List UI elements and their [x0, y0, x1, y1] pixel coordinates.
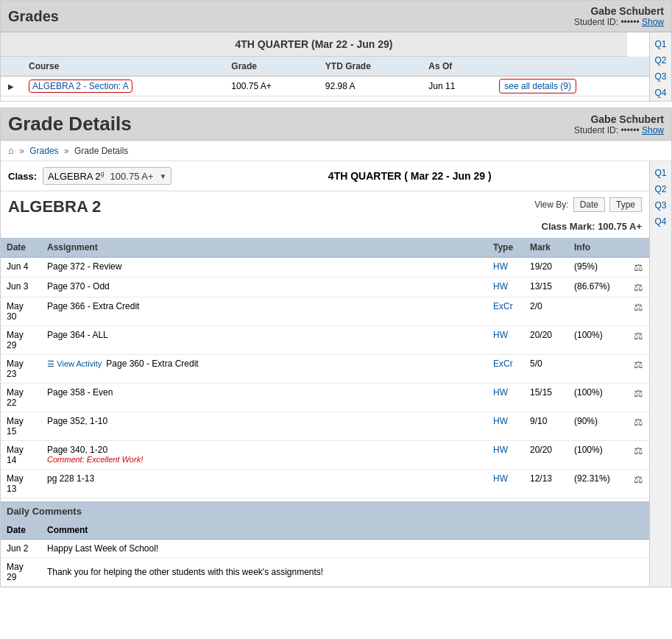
assignment-name: Page 366 - Extra Credit: [41, 297, 487, 326]
dc-comment: Thank you for helping the other students…: [41, 558, 649, 587]
table-row: Jun 3 Page 370 - Odd HW 13/15 (86.67%) ⚖: [1, 278, 649, 297]
assignment-type: HW: [487, 258, 524, 278]
class-grade-badge: 100.75 A+: [110, 171, 154, 182]
class-selector-bar: Class: ALGEBRA 2g 100.75 A+ ▼ 4TH QUARTE…: [1, 161, 649, 191]
assignment-mark: 19/20: [524, 258, 568, 278]
assignment-mark: 2/0: [524, 297, 568, 326]
grades-header: Grades Gabe Schubert Student ID: •••••• …: [1, 1, 671, 32]
assignment-scale-icon: ⚖: [627, 355, 649, 384]
assignment-name: Page 364 - ALL: [41, 326, 487, 355]
assignment-info: [568, 297, 627, 326]
course-link[interactable]: ALGEBRA 2 - Section: A: [29, 80, 132, 93]
assignment-mark: 20/20: [524, 441, 568, 470]
grades-main: 4TH QUARTER (Mar 22 - Jun 29) Course Gra…: [1, 32, 649, 101]
scale-icon: ⚖: [634, 473, 643, 485]
class-sup: g: [101, 170, 105, 177]
daily-comments-header: Daily Comments: [1, 501, 649, 521]
assignment-info: (100%): [568, 441, 627, 470]
assignment-info: (90%): [568, 412, 627, 441]
class-dropdown[interactable]: ALGEBRA 2g 100.75 A+ ▼: [43, 167, 171, 185]
assignment-name: ☰ View ActivityPage 360 - Extra Credit: [41, 355, 487, 384]
sidebar-q3-detail[interactable]: Q3: [654, 197, 666, 213]
assignment-date: May 15: [1, 412, 41, 441]
breadcrumb-sep-1: »: [19, 146, 24, 156]
sidebar-q1-detail[interactable]: Q1: [654, 165, 666, 181]
assignment-scale-icon: ⚖: [627, 384, 649, 412]
assignment-info: (92.31%): [568, 470, 627, 498]
daily-comments-table: Date Comment Jun 2 Happy Last Week of Sc…: [1, 521, 649, 587]
breadcrumb-current: Grade Details: [74, 146, 128, 156]
see-all-details-link[interactable]: see all details (9): [499, 79, 576, 93]
table-row: Jun 4 Page 372 - Review HW 19/20 (95%) ⚖: [1, 258, 649, 278]
assignment-scale-icon: ⚖: [627, 326, 649, 355]
show-link-detail[interactable]: Show: [642, 125, 664, 135]
assignment-type: HW: [487, 470, 524, 498]
assignment-type: HW: [487, 278, 524, 297]
assignment-name: Page 340, 1-20Comment: Excellent Work!: [41, 441, 487, 470]
assignment-date: May 13: [1, 470, 41, 498]
col-assignment: Assignment: [41, 238, 487, 258]
assignment-type: HW: [487, 441, 524, 470]
chevron-down-icon: ▼: [160, 172, 167, 180]
sidebar-q1-top[interactable]: Q1: [654, 36, 666, 52]
view-by-date-button[interactable]: Date: [573, 197, 605, 212]
scale-icon: ⚖: [634, 416, 643, 428]
table-row: May 29 Page 364 - ALL HW 20/20 (100%) ⚖: [1, 326, 649, 355]
table-row: May 22 Page 358 - Even HW 15/15 (100%) ⚖: [1, 384, 649, 412]
class-mark-label: Class Mark:: [542, 221, 595, 232]
class-label: Class:: [8, 171, 37, 182]
assignment-scale-icon: ⚖: [627, 258, 649, 278]
assignment-scale-icon: ⚖: [627, 412, 649, 441]
assignment-scale-icon: ⚖: [627, 297, 649, 326]
breadcrumb-grades-link[interactable]: Grades: [29, 146, 58, 156]
student-id-detail: Student ID: •••••• Show: [574, 125, 664, 135]
dc-col-date: Date: [1, 521, 41, 540]
grades-title: Grades: [8, 8, 59, 25]
details-header: Grade Details Gabe Schubert Student ID: …: [1, 108, 671, 141]
student-id-top: Student ID: •••••• Show: [574, 17, 664, 27]
assignment-name: Page 352, 1-10: [41, 412, 487, 441]
home-icon[interactable]: ⌂: [8, 145, 14, 156]
col-mark: Mark: [524, 238, 568, 258]
details-title: Grade Details: [8, 113, 132, 135]
table-row: May 23 ☰ View ActivityPage 360 - Extra C…: [1, 355, 649, 384]
algebra-header: ALGEBRA 2 View By: Date Type: [1, 191, 649, 219]
scale-icon: ⚖: [634, 301, 643, 313]
assignment-type: HW: [487, 326, 524, 355]
quarter-sidebar-top: Q1 Q2 Q3 Q4: [649, 32, 671, 101]
dc-col-comment: Comment: [41, 521, 649, 540]
sidebar-q3-top[interactable]: Q3: [654, 68, 666, 85]
sidebar-q4-detail[interactable]: Q4: [654, 213, 666, 230]
table-row: May 13 pg 228 1-13 HW 12/13 (92.31%) ⚖: [1, 470, 649, 498]
grades-content: 4TH QUARTER (Mar 22 - Jun 29) Course Gra…: [1, 32, 671, 101]
scale-icon: ⚖: [634, 445, 643, 456]
assignment-date: Jun 3: [1, 278, 41, 297]
assignment-mark: 15/15: [524, 384, 568, 412]
scale-icon: ⚖: [634, 261, 643, 273]
sidebar-q2-top[interactable]: Q2: [654, 52, 666, 68]
grade-cell: 100.75 A+: [224, 77, 317, 96]
assignment-info: (86.67%): [568, 278, 627, 297]
details-sidebar: Q1 Q2 Q3 Q4: [649, 161, 671, 587]
student-info-detail: Gabe Schubert Student ID: •••••• Show: [574, 113, 664, 135]
grades-col-course: Course: [21, 57, 224, 77]
grades-col-grade: Grade: [224, 57, 317, 77]
view-by-type-button[interactable]: Type: [609, 197, 642, 212]
assignment-date: May 14: [1, 441, 41, 470]
show-link-top[interactable]: Show: [642, 17, 664, 27]
assignment-scale-icon: ⚖: [627, 278, 649, 297]
sidebar-q4-top[interactable]: Q4: [654, 85, 666, 101]
student-id-value-top: ••••••: [620, 17, 639, 27]
col-info: Info: [568, 238, 627, 258]
scale-icon: ⚖: [634, 359, 643, 370]
assignment-mark: 9/10: [524, 412, 568, 441]
ytd-grade-cell: 92.98 A: [318, 77, 422, 96]
class-title: ALGEBRA 2: [8, 197, 101, 216]
details-main: Class: ALGEBRA 2g 100.75 A+ ▼ 4TH QUARTE…: [1, 161, 649, 587]
view-activity-link[interactable]: View Activity: [57, 359, 102, 368]
col-date: Date: [1, 238, 41, 258]
assignment-name: Page 358 - Even: [41, 384, 487, 412]
sidebar-q2-detail[interactable]: Q2: [654, 181, 666, 197]
scale-icon: ⚖: [634, 281, 643, 293]
student-id-label-top: Student ID:: [574, 17, 618, 27]
